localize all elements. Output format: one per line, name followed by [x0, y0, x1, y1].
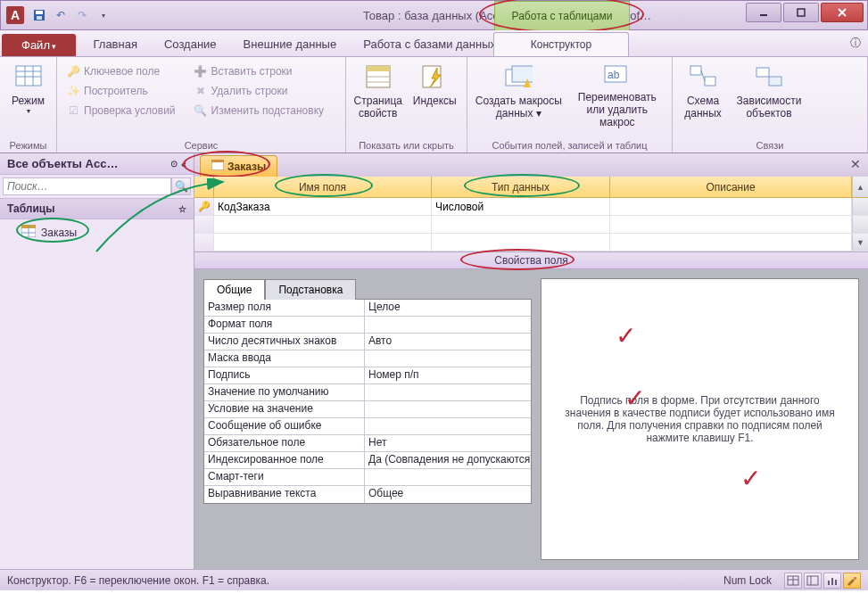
- datasheet-view-icon[interactable]: [784, 573, 802, 589]
- prop-row[interactable]: ПодписьНомер п/п: [204, 367, 531, 384]
- row-selector[interactable]: [194, 216, 214, 233]
- svg-rect-29: [211, 160, 224, 162]
- tab-create[interactable]: Создание: [151, 31, 230, 56]
- delete-rows-button[interactable]: ✖Удалить строки: [190, 82, 327, 100]
- pivot-view-icon[interactable]: [804, 573, 822, 589]
- svg-rect-4: [798, 9, 805, 16]
- tab-home[interactable]: Главная: [79, 31, 150, 56]
- help-icon[interactable]: ⓘ: [850, 36, 861, 51]
- view-button[interactable]: Режим▾: [5, 59, 51, 130]
- statusbar: Конструктор. F6 = переключение окон. F1 …: [0, 569, 868, 590]
- builder-button[interactable]: ✨Построитель: [62, 82, 179, 100]
- redo-icon[interactable]: ↷: [74, 7, 90, 23]
- minimize-button[interactable]: [746, 3, 781, 22]
- status-text: Конструктор. F6 = переключение окон. F1 …: [7, 574, 269, 587]
- field-desc-cell[interactable]: [610, 198, 852, 215]
- indexes-button[interactable]: Индексы: [409, 59, 462, 130]
- dependencies-button[interactable]: Зависимости объектов: [732, 59, 806, 130]
- qat-dropdown-icon[interactable]: ▾: [95, 7, 112, 23]
- prop-value[interactable]: Общее: [365, 486, 531, 503]
- prop-value[interactable]: Да (Совпадения не допускаются): [365, 452, 531, 468]
- col-description[interactable]: Описание: [610, 177, 852, 197]
- prop-value[interactable]: [365, 384, 531, 400]
- field-type-cell[interactable]: Числовой: [432, 198, 610, 215]
- prop-value[interactable]: Номер п/п: [365, 367, 531, 383]
- close-button[interactable]: [821, 3, 864, 22]
- property-tabs: Общие Подстановка: [203, 278, 532, 299]
- prop-row[interactable]: Условие на значение: [204, 401, 531, 418]
- field-name-cell[interactable]: КодЗаказа: [214, 198, 432, 215]
- prop-name: Маска ввода: [204, 350, 365, 367]
- prop-value[interactable]: [365, 469, 531, 485]
- prop-value[interactable]: [365, 401, 531, 417]
- table-row[interactable]: ▼: [194, 234, 868, 251]
- field-type-cell[interactable]: [432, 216, 610, 233]
- tab-database-tools[interactable]: Работа с базами данных: [350, 31, 509, 56]
- search-input[interactable]: [3, 177, 171, 195]
- document-tab[interactable]: Заказы: [200, 155, 277, 177]
- nav-group-tables[interactable]: Таблицы ☆: [0, 199, 194, 219]
- collapse-group-icon[interactable]: ☆: [178, 204, 186, 214]
- file-tab[interactable]: Файл: [2, 34, 76, 56]
- field-desc-cell[interactable]: [610, 216, 852, 233]
- prop-value[interactable]: [365, 350, 531, 367]
- prop-value[interactable]: Авто: [365, 334, 531, 350]
- prop-row[interactable]: Размер поляЦелое: [204, 300, 531, 317]
- prop-row[interactable]: Смарт-теги: [204, 469, 531, 486]
- svg-rect-2: [37, 16, 42, 20]
- tab-external-data[interactable]: Внешние данные: [230, 31, 351, 56]
- table-row[interactable]: [194, 216, 868, 234]
- search-icon[interactable]: 🔍: [171, 177, 191, 195]
- prop-row[interactable]: Выравнивание текстаОбщее: [204, 486, 531, 503]
- prop-row[interactable]: Обязательное полеНет: [204, 435, 531, 452]
- chart-view-icon[interactable]: [823, 573, 841, 589]
- modify-lookup-button[interactable]: 🔍Изменить подстановку: [190, 102, 327, 120]
- prop-row[interactable]: Формат поля: [204, 317, 531, 334]
- tab-lookup[interactable]: Подстановка: [265, 279, 356, 300]
- save-icon[interactable]: [31, 7, 47, 23]
- scroll-up-icon[interactable]: ▲: [852, 177, 868, 197]
- prop-value[interactable]: [365, 317, 531, 333]
- collapse-nav-icon[interactable]: «: [181, 159, 186, 169]
- field-name-cell[interactable]: [214, 216, 432, 233]
- validation-button[interactable]: ☑Проверка условий: [62, 102, 179, 120]
- primary-key-button[interactable]: 🔑Ключевое поле: [62, 62, 179, 80]
- dropdown-icon[interactable]: ⊙: [170, 159, 178, 169]
- property-sheet-button[interactable]: Страница свойств: [351, 59, 405, 130]
- insert-rows-button[interactable]: ➕Вставить строки: [190, 62, 327, 80]
- prop-row[interactable]: Сообщение об ошибке: [204, 418, 531, 435]
- tab-design[interactable]: Конструктор: [493, 32, 629, 56]
- maximize-button[interactable]: [783, 3, 819, 22]
- prop-row[interactable]: Число десятичных знаковАвто: [204, 334, 531, 350]
- btn-label: Страница свойств: [353, 95, 403, 120]
- rename-macro-button[interactable]: ab Переименовать или удалить макрос: [568, 59, 666, 130]
- document-tabstrip: Заказы ✕: [194, 153, 868, 177]
- scrollbar-track[interactable]: [852, 198, 868, 215]
- table-row[interactable]: 🔑 КодЗаказа Числовой: [194, 198, 868, 216]
- ribbon: Режим▾ Режимы 🔑Ключевое поле ✨Построител…: [0, 57, 868, 153]
- prop-row[interactable]: Значение по умолчанию: [204, 384, 531, 401]
- prop-value[interactable]: Целое: [365, 300, 531, 316]
- scrollbar-track[interactable]: [852, 216, 868, 233]
- svg-rect-19: [690, 66, 701, 75]
- close-document-icon[interactable]: ✕: [850, 157, 861, 171]
- property-sheet-icon: [364, 62, 393, 91]
- nav-header[interactable]: Все объекты Acc… ⊙ «: [0, 153, 194, 175]
- view-switcher: [784, 573, 861, 589]
- col-data-type[interactable]: Тип данных: [432, 177, 610, 197]
- prop-row[interactable]: Маска ввода: [204, 350, 531, 367]
- prop-value[interactable]: [365, 418, 531, 434]
- tab-general[interactable]: Общие: [203, 279, 265, 300]
- undo-icon[interactable]: ↶: [53, 7, 69, 23]
- row-selector[interactable]: 🔑: [194, 198, 214, 215]
- prop-value[interactable]: Нет: [365, 435, 531, 451]
- ribbon-group-events: Создать макросы данных ▾ ab Переименоват…: [467, 57, 673, 152]
- nav-item-table[interactable]: Заказы: [0, 219, 194, 245]
- prop-name: Значение по умолчанию: [204, 384, 365, 400]
- design-view-icon[interactable]: [843, 573, 861, 589]
- relationships-button[interactable]: Схема данных: [678, 59, 728, 130]
- prop-row[interactable]: Индексированное полеДа (Совпадения не до…: [204, 452, 531, 469]
- col-field-name[interactable]: Имя поля: [214, 177, 432, 197]
- create-macros-button[interactable]: Создать макросы данных ▾: [473, 59, 565, 130]
- scroll-down-icon[interactable]: ▼: [852, 234, 868, 251]
